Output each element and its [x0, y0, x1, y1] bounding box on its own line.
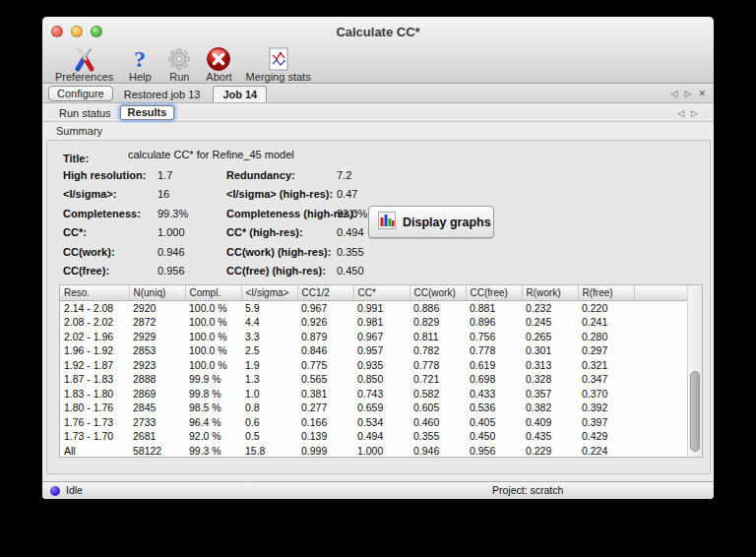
table-cell: 0.778 — [466, 343, 522, 358]
table-cell: 0.5 — [241, 429, 297, 444]
table-row[interactable]: 1.96 - 1.922853100.0 %2.50.8460.9570.782… — [60, 343, 687, 358]
tab-job-14[interactable]: Job 14 — [213, 86, 267, 102]
table-row[interactable]: 1.76 - 1.73273396.4 %0.60.1660.5340.4600… — [60, 415, 687, 430]
table-row[interactable]: 2.08 - 2.022872100.0 %4.40.9260.9810.829… — [60, 315, 687, 330]
table-row[interactable]: 1.80 - 1.76284598.5 %0.80.2770.6590.6050… — [60, 401, 687, 415]
column-header-reso[interactable]: Reso. — [60, 285, 129, 300]
table-cell: 0.743 — [353, 387, 410, 402]
table-body: 2.14 - 2.082920100.0 %5.90.9670.9910.886… — [60, 300, 687, 459]
table-cell-filler — [634, 330, 687, 344]
column-header-compl[interactable]: Compl. — [185, 285, 241, 300]
table-row[interactable]: All5812299.3 %15.80.9991.0000.9460.9560.… — [60, 444, 687, 459]
project-label: Project: scratch — [492, 482, 563, 499]
table-cell: 0.756 — [466, 330, 522, 344]
display-graphs-button[interactable]: Display graphs — [368, 206, 494, 238]
stat-label-high-res: CC* (high-res): — [226, 226, 303, 238]
table-cell: 0.8 — [241, 401, 297, 415]
table-cell: 0.605 — [410, 401, 466, 415]
table-cell: 99.8 % — [185, 387, 241, 402]
tab-restored-job-13[interactable]: Restored job 13 — [115, 87, 210, 102]
table-cell: 0.565 — [297, 372, 353, 387]
results-tab-nav: ◁▷ — [677, 107, 698, 119]
table-cell: 0.775 — [297, 358, 353, 373]
column-header-cc-work[interactable]: CC(work) — [410, 285, 466, 300]
table-cell: 2.14 - 2.08 — [60, 300, 129, 315]
table-row[interactable]: 1.73 - 1.70268192.0 %0.50.1390.4940.3550… — [60, 429, 687, 444]
table-cell: 99.3 % — [185, 444, 241, 459]
table-cell: 0.850 — [353, 372, 410, 387]
toolbar: Preferences?HelpRunAbortMerging stats — [48, 46, 318, 83]
stat-value: 16 — [158, 188, 169, 200]
table-row[interactable]: 1.83 - 1.80286999.8 %1.00.3810.7430.5820… — [60, 387, 687, 402]
stat-label: CC(work): — [63, 246, 115, 258]
stat-value: 0.946 — [158, 246, 185, 258]
column-header-cc-free[interactable]: CC(free) — [466, 285, 522, 300]
table-cell: 2.02 - 1.96 — [60, 330, 129, 344]
toolbar-item-help[interactable]: ?Help — [120, 46, 159, 83]
table-cell: 1.80 - 1.76 — [60, 401, 129, 415]
table-cell: 0.991 — [353, 300, 410, 315]
subtab-run-status[interactable]: Run status — [50, 107, 120, 119]
table-cell: 0.280 — [578, 330, 634, 344]
stat-value: 1.000 — [158, 226, 185, 238]
svg-text:?: ? — [134, 46, 146, 72]
table-cell: 0.220 — [578, 300, 634, 315]
table-cell: 92.0 % — [185, 429, 241, 444]
tab-close-icon[interactable]: ✕ — [698, 88, 706, 99]
table-cell: 2869 — [129, 387, 185, 402]
status-bar: Idle Project: scratch — [42, 481, 714, 499]
titlebar[interactable]: Calculate CC* — [42, 17, 714, 46]
table-cell: 0.879 — [297, 330, 353, 344]
table-cell: 0.946 — [410, 444, 466, 459]
table-cell: 58122 — [129, 444, 185, 459]
table-cell: 0.6 — [241, 415, 297, 430]
toolbar-item-label: Help — [129, 71, 152, 83]
column-header-n-uniq[interactable]: N(uniq) — [129, 285, 185, 300]
table-row[interactable]: 2.02 - 1.962929100.0 %3.30.8790.9670.811… — [60, 330, 687, 344]
table-cell: 1.73 - 1.70 — [60, 429, 129, 444]
title-label: Title: — [63, 153, 89, 164]
table-cell: 0.301 — [522, 343, 578, 358]
toolbar-item-run[interactable]: Run — [159, 46, 199, 83]
table-cell: 99.9 % — [185, 372, 241, 387]
subtab-results[interactable]: Results — [120, 105, 175, 120]
table-cell: 0.328 — [522, 372, 578, 387]
vertical-scrollbar[interactable] — [687, 285, 702, 457]
stat-value-high-res: 7.2 — [337, 169, 351, 181]
tab-scroll-right-icon[interactable]: ▷ — [691, 107, 698, 119]
stat-label: Completeness: — [63, 208, 141, 219]
toolbar-item-abort[interactable]: Abort — [199, 46, 238, 83]
table-row[interactable]: 1.92 - 1.872923100.0 %1.90.7750.9350.778… — [60, 358, 687, 373]
column-header-i-sigma[interactable]: <I/sigma> — [241, 285, 297, 300]
summary-panel: Title: calculate CC* for Refine_45 model… — [46, 140, 711, 474]
summary-row: CC(free):0.956CC(free) (high-res):0.450 — [63, 265, 476, 283]
column-header-r-free[interactable]: R(free) — [578, 285, 634, 300]
job-tab-bar: ConfigureRestored job 13Job 14 — [42, 85, 714, 103]
stat-label: CC*: — [63, 226, 87, 238]
column-header-r-work[interactable]: R(work) — [522, 285, 578, 300]
toolbar-item-preferences[interactable]: Preferences — [48, 46, 120, 83]
toolbar-item-merging-stats[interactable]: Merging stats — [239, 46, 318, 83]
stat-value: 99.3% — [158, 208, 188, 219]
help-icon: ? — [127, 46, 153, 72]
table-row[interactable]: 1.87 - 1.83288899.9 %1.30.5650.8500.7210… — [60, 372, 687, 387]
table-cell: 2853 — [129, 343, 185, 358]
window-chrome: Calculate CC* Preferences?HelpRunAbortMe… — [42, 17, 714, 84]
tab-scroll-left-icon[interactable]: ◁ — [677, 107, 684, 119]
table-cell: 0.229 — [522, 444, 578, 459]
scrollbar-thumb[interactable] — [690, 371, 700, 452]
table-row[interactable]: 2.14 - 2.082920100.0 %5.90.9670.9910.886… — [60, 300, 687, 315]
table-cell: 100.0 % — [185, 330, 241, 344]
column-header-cc1-2[interactable]: CC1/2 — [297, 285, 353, 300]
tab-configure[interactable]: Configure — [48, 86, 113, 101]
table-cell: 0.829 — [410, 315, 466, 330]
table-cell-filler — [634, 372, 687, 387]
table-cell: 0.619 — [466, 358, 522, 373]
table-cell: 0.370 — [578, 387, 634, 402]
tab-scroll-left-icon[interactable]: ◁ — [671, 88, 678, 99]
table-cell: 2681 — [129, 429, 185, 444]
summary-row: High resolution:1.7Redundancy:7.2 — [63, 169, 476, 188]
column-header-cc[interactable]: CC* — [353, 285, 410, 300]
tab-scroll-right-icon[interactable]: ▷ — [685, 88, 692, 99]
table-cell: 2.08 - 2.02 — [60, 315, 129, 330]
